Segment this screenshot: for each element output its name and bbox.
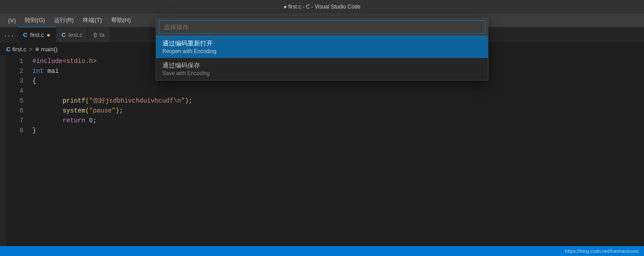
menu-run[interactable]: 运行(R) (50, 14, 77, 26)
code-indent-5 (32, 96, 63, 106)
menu-help[interactable]: 帮助(H) (107, 14, 134, 26)
code-semi-1: ; (188, 96, 192, 106)
palette-item-save-subtitle: Save with Encoding (162, 70, 482, 76)
code-semi-3: ; (93, 116, 96, 126)
breadcrumb-file-name: first.c (12, 46, 26, 53)
breadcrumb-separator-1: > (29, 46, 32, 53)
menu-terminal[interactable]: 终端(T) (79, 14, 106, 26)
line-num-1: 1 (6, 56, 23, 66)
code-zero: 0 (89, 116, 93, 126)
code-int: int (32, 66, 44, 76)
code-string-1: "你好jsdbhivchduivhcudf\n" (89, 96, 185, 106)
tab-ta-label: ta (100, 31, 105, 38)
code-header: <stdio.h> (63, 56, 97, 66)
code-paren-close: ) (185, 96, 188, 106)
palette-item-save[interactable]: 通过编码保存 Save with Encoding (156, 58, 488, 80)
code-paren-close-2: ) (116, 106, 119, 116)
title-bar-text: ● first.c - C - Visual Studio Code (283, 4, 360, 10)
tab-c-icon: C (23, 31, 27, 38)
command-palette-input-wrapper (156, 18, 488, 36)
tab-test-c[interactable]: C test.c (56, 27, 88, 42)
tab-c-icon-2: C (62, 31, 66, 38)
palette-item-reopen-title: 通过编码重新打开 (162, 40, 482, 48)
status-bar: https://blog.csdn.net/haohaoxuexi (0, 246, 644, 256)
title-dot: ● (283, 4, 286, 10)
line-num-6: 6 (6, 106, 23, 116)
code-main-partial: mai (44, 66, 59, 76)
command-palette-list: 通过编码重新打开 Reopen with Encoding 通过编码保存 Sav… (156, 36, 488, 80)
palette-item-save-title: 通过编码保存 (162, 62, 482, 70)
tab-first-c[interactable]: C first.c ● (18, 27, 56, 42)
command-palette[interactable]: 通过编码重新打开 Reopen with Encoding 通过编码保存 Sav… (156, 18, 488, 81)
palette-item-reopen[interactable]: 通过编码重新打开 Reopen with Encoding (156, 36, 488, 58)
code-brace-close: } (32, 126, 36, 135)
breadcrumb-func[interactable]: ⊕ main() (35, 46, 58, 53)
line-num-2: 2 (6, 66, 23, 76)
code-preprocessor: #include (32, 56, 63, 66)
tab-test-c-label: test.c (68, 31, 82, 38)
tab-json-icon: {} (94, 32, 97, 37)
editor-wrapper: 1 2 3 4 5 6 7 8 #include<stdio.h> int ma… (6, 55, 644, 246)
code-line-4 (32, 86, 644, 96)
code-space-7 (85, 116, 89, 126)
breadcrumb-c-icon: C (6, 46, 10, 53)
palette-item-reopen-subtitle: Reopen with Encoding (162, 48, 482, 54)
code-printf: printf (63, 96, 85, 106)
menu-view[interactable]: (V) (4, 15, 19, 26)
line-numbers: 1 2 3 4 5 6 7 8 (6, 55, 29, 246)
left-scrollbar (0, 55, 6, 246)
breadcrumb-symbol-icon: ⊕ (35, 46, 39, 52)
line-num-5: 5 (6, 96, 23, 106)
code-indent-6 (32, 106, 63, 116)
tab-overflow[interactable]: ... (0, 27, 18, 42)
code-indent-7 (32, 116, 63, 126)
tab-first-c-label: first.c (30, 31, 44, 38)
tab-modified-dot: ● (47, 31, 50, 38)
code-line-8: } (32, 126, 644, 135)
line-num-7: 7 (6, 116, 23, 126)
code-line-7: return 0 ; (32, 116, 644, 126)
code-paren-open-2: ( (85, 106, 89, 116)
line-num-4: 4 (6, 86, 23, 96)
code-system: system (63, 106, 85, 116)
menu-goto[interactable]: 转到(G) (21, 14, 49, 26)
code-string-2: "pause" (89, 106, 116, 116)
breadcrumb-file[interactable]: C first.c (6, 46, 26, 53)
code-brace-open: { (32, 76, 36, 86)
code-return: return (63, 116, 85, 126)
editor-area: 1 2 3 4 5 6 7 8 #include<stdio.h> int ma… (0, 55, 644, 246)
code-line-6: system ( "pause" ) ; (32, 106, 644, 116)
status-bar-url: https://blog.csdn.net/haohaoxuexi (565, 248, 639, 254)
code-paren-open: ( (85, 96, 89, 106)
command-palette-input[interactable] (159, 20, 485, 34)
breadcrumb-func-name: main() (41, 46, 58, 53)
code-line-5: printf ( "你好jsdbhivchduivhcudf\n" ) ; (32, 96, 644, 106)
code-semi-2: ; (119, 106, 123, 116)
line-num-3: 3 (6, 76, 23, 86)
title-bar: ● first.c - C - Visual Studio Code (0, 0, 644, 13)
tab-ta[interactable]: {} ta (88, 27, 110, 42)
code-content[interactable]: #include<stdio.h> int mai { printf ( "你好… (29, 55, 644, 246)
line-num-8: 8 (6, 126, 23, 135)
